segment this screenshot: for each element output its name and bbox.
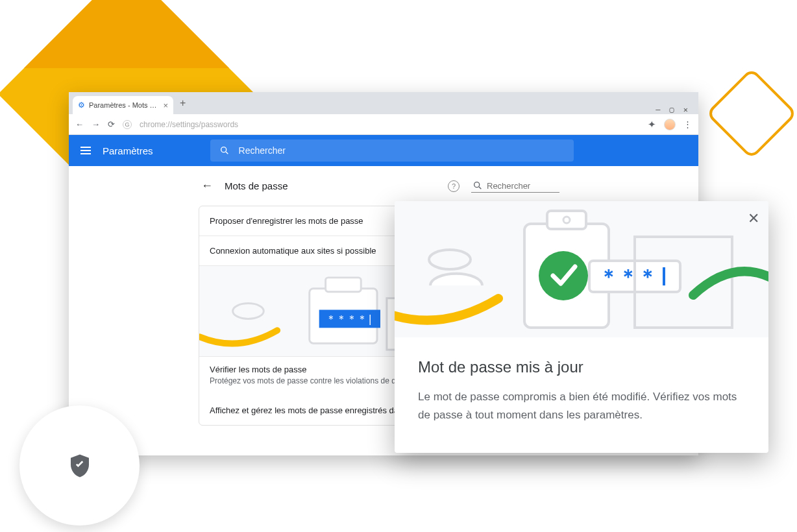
close-icon[interactable]: ✕	[748, 210, 759, 227]
svg-point-2	[474, 182, 480, 187]
row-label: Proposer d'enregistrer les mots de passe	[210, 216, 363, 226]
site-info-icon[interactable]: G	[123, 120, 132, 129]
modal-title: Mot de passe mis à jour	[418, 358, 745, 376]
browser-tab[interactable]: ⚙ Paramètres - Mots de passe ×	[73, 96, 173, 114]
decorative-diamond	[705, 67, 797, 159]
svg-point-11	[429, 250, 471, 269]
window-controls: — ▢ ✕	[649, 105, 694, 114]
modal-text: Le mot de passe compromis a bien été mod…	[418, 388, 745, 424]
extensions-icon[interactable]: ✦	[648, 119, 656, 130]
settings-search[interactable]: Rechercher	[210, 139, 574, 162]
forward-button[interactable]: →	[92, 119, 100, 129]
decorative-circle	[19, 405, 140, 526]
close-window-button[interactable]: ✕	[683, 105, 688, 114]
svg-text:＊＊＊＊|: ＊＊＊＊|	[326, 313, 374, 325]
svg-point-4	[233, 304, 264, 319]
search-icon	[472, 180, 483, 191]
minimize-button[interactable]: —	[656, 105, 660, 114]
panel-search-input[interactable]	[487, 181, 558, 191]
panel-search[interactable]	[471, 179, 559, 193]
row-label: Connexion automatique aux sites si possi…	[210, 246, 376, 256]
svg-point-15	[539, 251, 588, 300]
svg-line-3	[479, 187, 481, 189]
help-icon[interactable]: ?	[448, 180, 460, 192]
settings-header: Paramètres Rechercher	[69, 135, 698, 166]
back-arrow-icon[interactable]: ←	[201, 179, 213, 193]
profile-avatar[interactable]	[664, 119, 676, 130]
svg-rect-13	[547, 211, 586, 229]
search-placeholder: Rechercher	[239, 145, 286, 156]
settings-title: Paramètres	[103, 145, 153, 156]
modal-body: Mot de passe mis à jour Le mot de passe …	[395, 337, 768, 453]
panel-title: Mots de passe	[225, 180, 288, 191]
address-bar: ← → ⟳ G chrome://settings/passwords ✦ ⋮	[69, 114, 698, 135]
svg-rect-6	[326, 278, 362, 292]
modal-hero: ✕ ＊＊＊	[395, 201, 768, 337]
tab-title: Paramètres - Mots de passe	[89, 101, 159, 109]
menu-hamburger-icon[interactable]	[80, 147, 91, 154]
maximize-button[interactable]: ▢	[670, 105, 674, 114]
modal-illustration: ＊＊＊	[395, 201, 768, 337]
password-updated-modal: ✕ ＊＊＊ Mot de passe mis à jour Le mot de …	[395, 201, 768, 453]
tab-bar: ⚙ Paramètres - Mots de passe × + — ▢ ✕	[69, 92, 698, 114]
back-button[interactable]: ←	[75, 119, 84, 129]
svg-line-1	[226, 152, 228, 154]
url-text[interactable]: chrome://settings/passwords	[140, 120, 238, 129]
gear-icon: ⚙	[78, 101, 85, 110]
new-tab-button[interactable]: +	[173, 97, 192, 109]
svg-point-0	[221, 147, 226, 152]
menu-icon[interactable]: ⋮	[683, 119, 692, 129]
shield-check-icon	[66, 452, 93, 479]
close-tab-icon[interactable]: ×	[163, 101, 168, 110]
reload-button[interactable]: ⟳	[108, 119, 115, 129]
search-icon	[219, 145, 230, 156]
svg-text:＊＊＊: ＊＊＊	[599, 265, 657, 287]
